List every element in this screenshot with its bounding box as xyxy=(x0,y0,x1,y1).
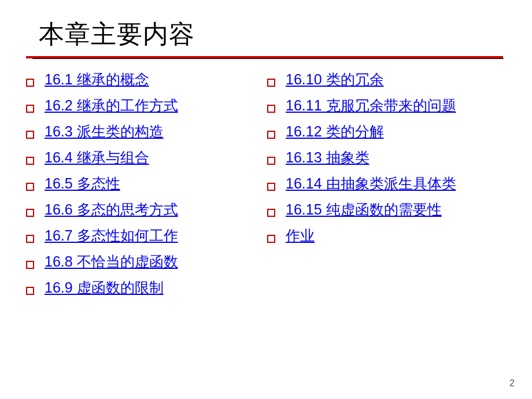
bullet-icon xyxy=(26,183,34,191)
bullet-icon xyxy=(26,235,34,243)
list-item: 16.5 多态性 xyxy=(26,174,266,193)
slide-container: 本章主要内容 16.1 继承的概念 16.2 继承的工作方式 16.3 派生类的… xyxy=(0,0,532,399)
bullet-icon xyxy=(26,157,34,165)
list-item: 16.14 由抽象类派生具体类 xyxy=(267,174,519,193)
bullet-icon xyxy=(267,157,275,165)
bullet-icon xyxy=(267,209,275,217)
list-item: 16.13 抽象类 xyxy=(267,148,519,167)
toc-link[interactable]: 16.13 抽象类 xyxy=(286,148,370,167)
toc-link[interactable]: 16.15 纯虚函数的需要性 xyxy=(286,200,442,219)
list-item: 16.12 类的分解 xyxy=(267,122,519,141)
right-column: 16.10 类的冗余 16.11 克服冗余带来的问题 16.12 类的分解 16… xyxy=(267,70,519,304)
title-underline xyxy=(26,56,503,58)
toc-link[interactable]: 16.6 多态的思考方式 xyxy=(45,200,178,219)
toc-link[interactable]: 16.4 继承与组合 xyxy=(45,148,149,167)
toc-link[interactable]: 16.2 继承的工作方式 xyxy=(45,96,178,115)
page-number: 2 xyxy=(509,378,515,389)
toc-link[interactable]: 16.11 克服冗余带来的问题 xyxy=(286,96,456,115)
bullet-icon xyxy=(26,209,34,217)
list-item: 16.15 纯虚函数的需要性 xyxy=(267,200,519,219)
toc-link[interactable]: 16.1 继承的概念 xyxy=(45,70,149,89)
bullet-icon xyxy=(26,79,34,87)
list-item: 16.8 不恰当的虚函数 xyxy=(26,252,266,271)
bullet-icon xyxy=(26,131,34,139)
list-item: 16.3 派生类的构造 xyxy=(26,122,266,141)
list-item: 16.9 虚函数的限制 xyxy=(26,278,266,297)
left-column: 16.1 继承的概念 16.2 继承的工作方式 16.3 派生类的构造 16.4… xyxy=(26,70,266,304)
bullet-icon xyxy=(267,131,275,139)
list-item: 16.11 克服冗余带来的问题 xyxy=(267,96,519,115)
toc-link[interactable]: 16.12 类的分解 xyxy=(286,122,384,141)
list-item: 16.1 继承的概念 xyxy=(26,70,266,89)
bullet-icon xyxy=(267,79,275,87)
toc-link[interactable]: 16.9 虚函数的限制 xyxy=(45,278,164,297)
toc-link[interactable]: 作业 xyxy=(286,226,315,245)
list-item: 16.7 多态性如何工作 xyxy=(26,226,266,245)
list-item: 16.10 类的冗余 xyxy=(267,70,519,89)
list-item: 16.4 继承与组合 xyxy=(26,148,266,167)
toc-link[interactable]: 16.3 派生类的构造 xyxy=(45,122,164,141)
toc-link[interactable]: 16.14 由抽象类派生具体类 xyxy=(286,174,456,193)
bullet-icon xyxy=(267,183,275,191)
bullet-icon xyxy=(26,287,34,295)
toc-link[interactable]: 16.5 多态性 xyxy=(45,174,120,193)
content-columns: 16.1 继承的概念 16.2 继承的工作方式 16.3 派生类的构造 16.4… xyxy=(26,70,509,304)
toc-link[interactable]: 16.8 不恰当的虚函数 xyxy=(45,252,178,271)
bullet-icon xyxy=(267,105,275,113)
list-item: 作业 xyxy=(267,226,519,245)
bullet-icon xyxy=(26,105,34,113)
bullet-icon xyxy=(26,261,34,269)
list-item: 16.2 继承的工作方式 xyxy=(26,96,266,115)
slide-title: 本章主要内容 xyxy=(39,17,509,51)
toc-link[interactable]: 16.10 类的冗余 xyxy=(286,70,384,89)
bullet-icon xyxy=(267,235,275,243)
toc-link[interactable]: 16.7 多态性如何工作 xyxy=(45,226,178,245)
list-item: 16.6 多态的思考方式 xyxy=(26,200,266,219)
